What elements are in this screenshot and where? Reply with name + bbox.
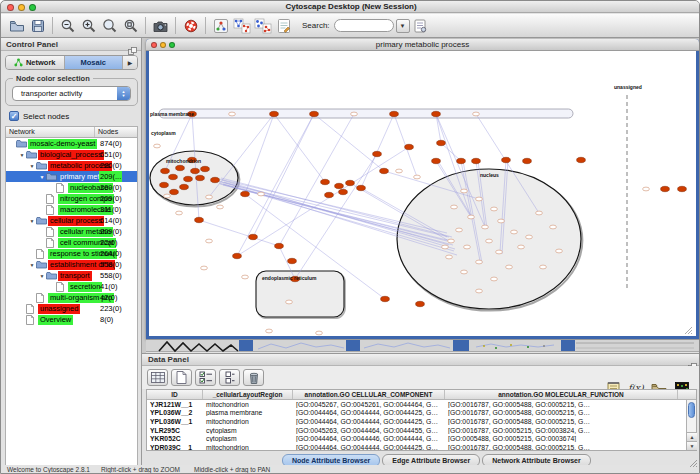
graph-node[interactable]	[432, 158, 441, 163]
zoom-out-button[interactable]	[57, 16, 78, 36]
search-input[interactable]	[334, 19, 394, 32]
graph-node-unselected[interactable]	[242, 275, 249, 279]
graph-node-unselected[interactable]	[217, 205, 224, 209]
graph-node-unselected[interactable]	[396, 169, 403, 173]
graph-node[interactable]	[335, 183, 344, 188]
unselect-attributes-button[interactable]	[219, 369, 240, 386]
background-windows[interactable]	[146, 339, 699, 354]
tab-scroll-button[interactable]: ▶	[123, 56, 137, 69]
graph-node-unselected[interactable]	[491, 277, 498, 281]
graph-node[interactable]	[432, 111, 441, 116]
new-attribute-button[interactable]	[171, 369, 192, 386]
select-attributes-button[interactable]	[195, 369, 216, 386]
graph-node[interactable]	[380, 168, 389, 173]
graph-node[interactable]	[241, 191, 250, 196]
graph-node-unselected[interactable]	[154, 144, 161, 148]
graph-node-unselected[interactable]	[518, 245, 525, 249]
graph-node[interactable]	[390, 111, 399, 116]
graph-node[interactable]	[373, 151, 382, 156]
graph-node[interactable]	[288, 258, 297, 263]
graph-node[interactable]	[577, 157, 586, 162]
graph-node-unselected[interactable]	[540, 265, 547, 269]
table-row[interactable]: YJR121W__1mitochondrion[GO:0045267, GO:0…	[147, 400, 696, 409]
node-color-dropdown[interactable]: transporter activity ▲▼	[12, 86, 131, 101]
expand-arrow-icon[interactable]: ▼	[28, 163, 36, 169]
tree-row[interactable]: secretion41(0)	[6, 281, 137, 292]
graph-node-unselected[interactable]	[451, 205, 458, 209]
graph-node[interactable]	[502, 157, 511, 162]
tree-row[interactable]: ▼cellular process614(0)	[6, 215, 137, 226]
graph-node-unselected[interactable]	[442, 245, 449, 249]
graph-node-unselected[interactable]	[461, 189, 468, 193]
graph-node[interactable]	[405, 144, 414, 149]
apply-layout-button[interactable]	[231, 16, 252, 36]
canvas-resize-grip[interactable]	[691, 333, 692, 334]
network-overview-button[interactable]	[210, 16, 231, 36]
tab-mosaic[interactable]: Mosaic	[65, 56, 124, 69]
network-canvas[interactable]: plasma membranecytoplasmmitochondrionnuc…	[149, 51, 696, 336]
graph-node[interactable]	[249, 234, 258, 239]
graph-node[interactable]	[321, 179, 330, 184]
tree-row[interactable]: response to stimulu264(0)	[6, 248, 137, 259]
graph-node-unselected[interactable]	[486, 239, 493, 243]
graph-node-unselected[interactable]	[468, 215, 475, 219]
column-header[interactable]: _cellularLayoutRegion	[203, 390, 293, 399]
graph-node-unselected[interactable]	[201, 266, 208, 270]
zoom-fit-button[interactable]	[99, 16, 120, 36]
graph-node[interactable]	[180, 184, 189, 189]
zoom-selected-button[interactable]	[120, 16, 141, 36]
graph-node-unselected[interactable]	[266, 329, 273, 333]
graph-node[interactable]	[270, 111, 279, 116]
graph-node[interactable]	[472, 158, 481, 163]
graph-node-unselected[interactable]	[206, 239, 213, 243]
snapshot-button[interactable]	[150, 16, 171, 36]
graph-node[interactable]	[416, 301, 425, 306]
graph-node-unselected[interactable]	[448, 239, 455, 243]
graph-node-unselected[interactable]	[414, 175, 421, 179]
expand-arrow-icon[interactable]: ▼	[38, 273, 46, 279]
select-nodes-checkbox[interactable]: ✓	[9, 111, 19, 121]
graph-node[interactable]	[170, 189, 179, 194]
graph-node-unselected[interactable]	[461, 270, 468, 274]
graph-node[interactable]	[184, 176, 193, 181]
graph-node-unselected[interactable]	[456, 228, 463, 232]
graph-node-unselected[interactable]	[536, 211, 543, 215]
graph-node-unselected[interactable]	[164, 194, 171, 198]
graph-node-unselected[interactable]	[464, 245, 471, 249]
resize-grip[interactable]	[689, 454, 698, 472]
tree-row[interactable]: nitrogen compo209(0)	[6, 193, 137, 204]
tree-row[interactable]: mosaic-demo-yeast874(0)	[6, 138, 137, 149]
column-header[interactable]: annotation.GO MOLECULAR_FUNCTION	[445, 390, 678, 399]
search-dropdown-button[interactable]: ▼	[396, 19, 410, 33]
zoom-in-button[interactable]	[78, 16, 99, 36]
graph-node[interactable]	[160, 182, 169, 187]
graph-node-unselected[interactable]	[476, 197, 483, 201]
graph-node[interactable]	[437, 140, 446, 145]
graph-node[interactable]	[678, 186, 687, 191]
open-button[interactable]	[6, 16, 27, 36]
graph-node-unselected[interactable]	[526, 235, 533, 239]
table-row[interactable]: YDR039C__1mitochondrion[GO:0044464, GO:0…	[147, 443, 696, 450]
graph-node-unselected[interactable]	[473, 112, 480, 116]
tree-row[interactable]: multi-organism pro42(0)	[6, 292, 137, 303]
graph-node[interactable]	[310, 111, 319, 116]
graph-node[interactable]	[211, 177, 220, 182]
table-row[interactable]: YKR052Ccytoplasm[GO:0044464, GO:0044446,…	[147, 434, 696, 443]
graph-node-unselected[interactable]	[176, 211, 183, 215]
graph-node-unselected[interactable]	[258, 192, 265, 196]
tree-row[interactable]: nucleobase-209(0)	[6, 182, 137, 193]
search-config-button[interactable]	[410, 16, 431, 36]
graph-node[interactable]	[195, 217, 204, 222]
expand-arrow-icon[interactable]: ▼	[28, 262, 36, 268]
graph-node-unselected[interactable]	[511, 230, 518, 234]
graph-node-unselected[interactable]	[476, 289, 483, 293]
graph-node-unselected[interactable]	[556, 249, 563, 253]
graph-node-unselected[interactable]	[229, 112, 236, 116]
graph-node[interactable]	[161, 168, 170, 173]
annotation-button[interactable]	[273, 16, 294, 36]
graph-node-unselected[interactable]	[476, 260, 483, 264]
graph-node-unselected[interactable]	[351, 112, 358, 116]
column-header[interactable]: annotation.GO CELLULAR_COMPONENT	[293, 390, 445, 399]
graph-node-unselected[interactable]	[482, 225, 489, 229]
graph-node-unselected[interactable]	[550, 225, 557, 229]
